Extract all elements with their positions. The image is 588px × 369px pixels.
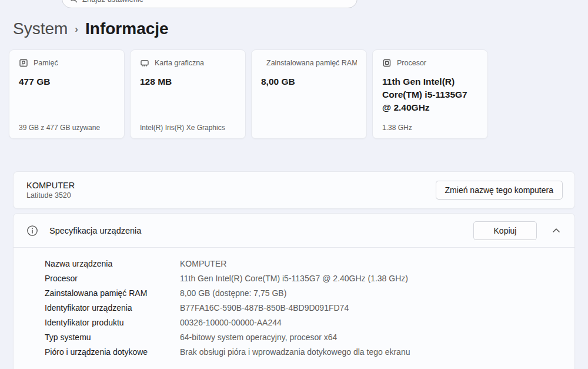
spec-row-label: Identyfikator urządzenia bbox=[45, 301, 180, 315]
computer-name-panel: KOMPUTER Latitude 3520 Zmień nazwę tego … bbox=[13, 171, 575, 209]
graphics-card-icon bbox=[140, 58, 149, 68]
spec-row: Pióro i urządzenia dotykowe Brak obsługi… bbox=[45, 345, 563, 360]
spec-row: Procesor 11th Gen Intel(R) Core(TM) i5-1… bbox=[45, 271, 563, 286]
spec-row-value: 8,00 GB (dostępne: 7,75 GB) bbox=[180, 286, 563, 301]
computer-name: KOMPUTER bbox=[26, 181, 75, 190]
device-spec-expander: Specyfikacja urządzenia Kopiuj Nazwa urz… bbox=[13, 213, 575, 369]
breadcrumb: System › Informacje bbox=[13, 16, 169, 41]
card-footer: 1.38 GHz bbox=[382, 124, 482, 132]
spec-row: Identyfikator urządzenia B77FA16C-590B-4… bbox=[45, 301, 563, 315]
card-value: 8,00 GB bbox=[261, 75, 357, 88]
device-spec-header[interactable]: Specyfikacja urządzenia Kopiuj bbox=[14, 214, 574, 248]
device-spec-body: Nazwa urządzenia KOMPUTER Procesor 11th … bbox=[14, 248, 574, 365]
card-title: Procesor bbox=[397, 59, 426, 67]
card-value: 128 MB bbox=[140, 75, 236, 88]
card-footer: Intel(R) Iris(R) Xe Graphics bbox=[140, 124, 239, 132]
spec-row-value: 11th Gen Intel(R) Core(TM) i5-1135G7 @ 2… bbox=[180, 271, 563, 286]
settings-search-box[interactable] bbox=[62, 0, 358, 8]
page-title: Informacje bbox=[85, 18, 169, 40]
chevron-up-icon[interactable] bbox=[552, 228, 560, 233]
breadcrumb-chevron-icon: › bbox=[75, 18, 78, 41]
rename-pc-button[interactable]: Zmień nazwę tego komputera bbox=[436, 181, 563, 200]
card-title: Karta graficzna bbox=[155, 59, 204, 67]
spec-row: Identyfikator produktu 00326-10000-00000… bbox=[45, 315, 563, 330]
card-value: 11th Gen Intel(R) Core(TM) i5-1135G7 @ 2… bbox=[382, 75, 478, 114]
spec-row-label: Pióro i urządzenia dotykowe bbox=[45, 345, 180, 360]
cpu-icon bbox=[382, 58, 392, 68]
copy-button[interactable]: Kopiuj bbox=[473, 221, 537, 240]
stat-cards-row: Pamięć 477 GB 39 GB z 477 GB używane Kar… bbox=[9, 49, 488, 139]
ram-card[interactable]: Zainstalowana pamięć RAM 8,00 GB bbox=[251, 49, 367, 139]
card-footer: 39 GB z 477 GB używane bbox=[19, 124, 118, 132]
spec-row-value: KOMPUTER bbox=[180, 257, 563, 271]
spec-row: Zainstalowana pamięć RAM 8,00 GB (dostęp… bbox=[45, 286, 563, 301]
computer-model: Latitude 3520 bbox=[26, 191, 75, 200]
card-title: Pamięć bbox=[34, 59, 58, 67]
spec-row-label: Identyfikator produktu bbox=[45, 315, 180, 330]
processor-card[interactable]: Procesor 11th Gen Intel(R) Core(TM) i5-1… bbox=[372, 49, 488, 139]
spec-row-value: B77FA16C-590B-487B-850B-4BD9D091FD74 bbox=[180, 301, 563, 315]
breadcrumb-system[interactable]: System bbox=[13, 18, 68, 40]
card-value: 477 GB bbox=[19, 75, 115, 88]
storage-card[interactable]: Pamięć 477 GB 39 GB z 477 GB używane bbox=[9, 49, 125, 139]
spec-row-value: 64-bitowy system operacyjny, procesor x6… bbox=[180, 330, 563, 345]
spec-row: Typ systemu 64-bitowy system operacyjny,… bbox=[45, 330, 563, 345]
spec-row-value: Brak obsługi pióra i wprowadzania dotyko… bbox=[180, 345, 563, 360]
device-spec-title: Specyfikacja urządzenia bbox=[49, 226, 473, 235]
spec-row-label: Nazwa urządzenia bbox=[45, 257, 180, 271]
info-icon bbox=[26, 225, 38, 237]
spec-row-value: 00326-10000-00000-AA244 bbox=[180, 315, 563, 330]
spec-row-label: Zainstalowana pamięć RAM bbox=[45, 286, 180, 301]
storage-icon bbox=[19, 58, 28, 68]
search-icon bbox=[69, 0, 78, 3]
spec-row-label: Typ systemu bbox=[45, 330, 180, 345]
card-title: Zainstalowana pamięć RAM bbox=[266, 59, 357, 67]
spec-row: Nazwa urządzenia KOMPUTER bbox=[45, 257, 563, 271]
graphics-card-card[interactable]: Karta graficzna 128 MB Intel(R) Iris(R) … bbox=[130, 49, 246, 139]
search-input[interactable] bbox=[82, 0, 350, 4]
spec-row-label: Procesor bbox=[45, 271, 180, 286]
